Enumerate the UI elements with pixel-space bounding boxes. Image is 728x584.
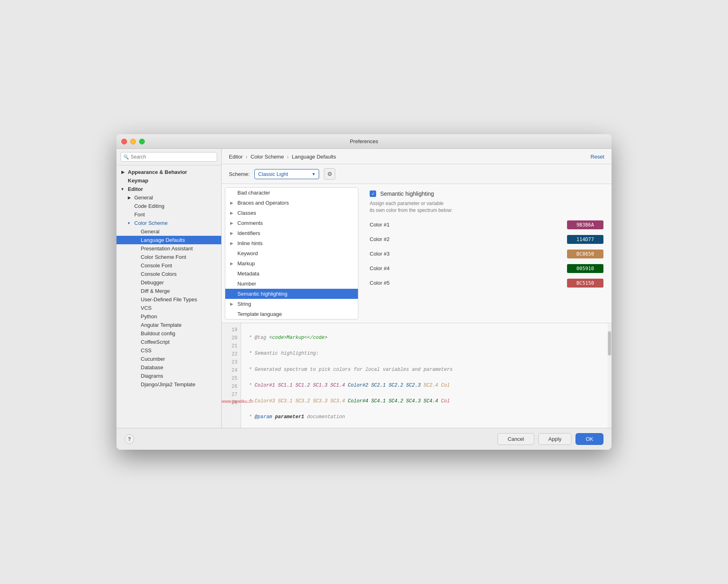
cat-item-identifiers[interactable]: ▶ Identifiers	[225, 228, 358, 238]
sidebar-item-database[interactable]: Database	[116, 363, 221, 372]
chevron-icon: ▶	[230, 302, 235, 306]
line-num: 27	[222, 391, 241, 399]
line-num: 22	[222, 351, 241, 359]
chevron-icon: ▶	[230, 211, 235, 215]
sidebar-item-label: Presentation Assistant	[141, 245, 193, 252]
scrollbar-thumb[interactable]	[608, 331, 611, 355]
chevron-icon: ▶	[230, 201, 235, 205]
chevron-icon: ▶	[128, 195, 133, 200]
sidebar-item-console-font[interactable]: Console Font	[116, 261, 221, 270]
cat-item-comments[interactable]: ▶ Comments	[225, 218, 358, 228]
line-numbers: 19 20 21 22 23 24 25 26 27 28	[222, 323, 241, 428]
color-swatch-3[interactable]: BC8650	[567, 250, 603, 258]
cancel-button[interactable]: Cancel	[497, 433, 534, 445]
sidebar-item-general[interactable]: ▶ General	[116, 193, 221, 202]
scheme-row: Scheme: Classic Light ▼ ⚙	[222, 164, 612, 184]
sidebar-item-label: Database	[141, 364, 163, 370]
color-row-5: Color #5 BC5150	[370, 279, 603, 288]
sidebar-item-color-scheme[interactable]: ▾ Color Scheme	[116, 219, 221, 227]
sidebar-item-css[interactable]: CSS	[116, 346, 221, 355]
sidebar-item-appearance[interactable]: ▶ Appearance & Behavior	[116, 168, 221, 176]
sidebar-item-user-defined[interactable]: User-Defined File Types	[116, 295, 221, 304]
sidebar-item-angular-template[interactable]: Angular Template	[116, 321, 221, 329]
chevron-down-icon: ▾	[121, 187, 126, 191]
sidebar-item-keymap[interactable]: Keymap	[116, 176, 221, 185]
cat-item-number[interactable]: Number	[225, 279, 358, 289]
sidebar-item-color-scheme-font[interactable]: Color Scheme Font	[116, 253, 221, 261]
sidebar-item-label: Console Font	[141, 262, 172, 269]
sidebar-item-diagrams[interactable]: Diagrams	[116, 372, 221, 380]
apply-button[interactable]: Apply	[538, 433, 572, 445]
scheme-dropdown[interactable]: Classic Light ▼	[254, 169, 319, 179]
cat-item-string[interactable]: ▶ String	[225, 299, 358, 309]
cat-item-semantic-highlighting[interactable]: Semantic highlighting	[225, 289, 358, 299]
chevron-down-icon: ▾	[128, 221, 133, 225]
sidebar-item-presentation-assistant[interactable]: Presentation Assistant	[116, 244, 221, 253]
color-swatch-4[interactable]: 005910	[567, 264, 603, 273]
close-button[interactable]	[121, 139, 127, 144]
sidebar-item-language-defaults[interactable]: Language Defaults	[116, 236, 221, 244]
sidebar-item-django-template[interactable]: Django/Jinja2 Template	[116, 380, 221, 389]
cat-item-braces-operators[interactable]: ▶ Braces and Operators	[225, 198, 358, 208]
sidebar-item-vcs[interactable]: VCS	[116, 304, 221, 312]
sidebar-item-cs-general[interactable]: General	[116, 227, 221, 236]
cat-item-bad-character[interactable]: Bad character	[225, 188, 358, 198]
cat-item-label: Classes	[237, 210, 256, 216]
sidebar-item-label: Keymap	[128, 178, 148, 184]
line-num: 23	[222, 359, 241, 367]
semantic-desc-line1: Assign each parameter or variable	[370, 201, 444, 206]
color-swatch-2[interactable]: 114D77	[567, 235, 603, 244]
code-line-24: * @param parameter1 documentation	[246, 413, 607, 421]
semantic-checkbox-row: ✓ Semantic highlighting	[370, 190, 603, 197]
sidebar-item-label: Color Scheme	[134, 220, 167, 226]
color-label-4: Color #4	[370, 265, 389, 271]
titlebar: Preferences	[116, 134, 612, 149]
cat-item-classes[interactable]: ▶ Classes	[225, 208, 358, 218]
color-row-1: Color #1 9B3B6A	[370, 220, 603, 229]
ok-button[interactable]: OK	[576, 433, 603, 445]
search-icon: 🔍	[123, 154, 129, 160]
breadcrumb-editor: Editor	[229, 154, 243, 160]
gear-button[interactable]: ⚙	[324, 168, 335, 180]
cat-item-metadata[interactable]: Metadata	[225, 269, 358, 279]
cat-item-template-language[interactable]: Template language	[225, 309, 358, 319]
chevron-icon: ▶	[230, 241, 235, 245]
sidebar-item-diff-merge[interactable]: Diff & Merge	[116, 287, 221, 295]
sidebar-item-buildout-config[interactable]: Buildout config	[116, 329, 221, 338]
sidebar-item-label: Diff & Merge	[141, 288, 170, 294]
cat-item-markup[interactable]: ▶ Markup	[225, 258, 358, 269]
semantic-desc-line2: its own color from the spectrum below:	[370, 207, 453, 213]
sidebar-item-coffeescript[interactable]: CoffeeScript	[116, 338, 221, 346]
code-line-21: * Generated spectrum to pick colors for …	[246, 366, 607, 374]
button-group: Cancel Apply OK	[497, 433, 603, 445]
preferences-window: Preferences 🔍 ▶ Appearance & Behavior	[116, 134, 612, 450]
sidebar-item-label: Angular Template	[141, 322, 182, 328]
sidebar-item-label: Debugger	[141, 279, 164, 286]
sidebar-item-editor[interactable]: ▾ Editor	[116, 185, 221, 193]
scheme-value: Classic Light	[258, 171, 308, 177]
panel-header: Editor › Color Scheme › Language Default…	[222, 149, 612, 164]
cat-item-label: Template language	[237, 311, 282, 317]
help-button[interactable]: ?	[125, 434, 134, 444]
cat-item-inline-hints[interactable]: ▶ Inline hints	[225, 238, 358, 248]
maximize-button[interactable]	[139, 139, 145, 144]
sidebar-item-python[interactable]: Python	[116, 312, 221, 321]
sidebar-item-font[interactable]: Font	[116, 210, 221, 219]
sidebar-item-debugger[interactable]: Debugger	[116, 278, 221, 287]
sidebar-item-label: Font	[134, 212, 145, 218]
color-swatch-5[interactable]: BC5150	[567, 279, 603, 288]
semantic-highlighting-title: Semantic highlighting	[380, 190, 434, 197]
bottom-bar: ? Cancel Apply OK	[116, 428, 612, 450]
reset-button[interactable]: Reset	[590, 154, 604, 160]
cat-item-keyword[interactable]: Keyword	[225, 248, 358, 258]
sidebar-item-cucumber[interactable]: Cucumber	[116, 355, 221, 363]
sidebar-item-code-editing[interactable]: Code Editing	[116, 202, 221, 210]
semantic-highlighting-checkbox[interactable]: ✓	[370, 190, 376, 197]
sidebar-item-label: General	[141, 229, 159, 235]
search-input[interactable]	[121, 152, 217, 162]
line-num: 25	[222, 375, 241, 383]
minimize-button[interactable]	[130, 139, 136, 144]
color-swatch-1[interactable]: 9B3B6A	[567, 220, 603, 229]
sidebar-item-console-colors[interactable]: Console Colors	[116, 270, 221, 278]
breadcrumb-separator-2: ›	[287, 154, 290, 160]
